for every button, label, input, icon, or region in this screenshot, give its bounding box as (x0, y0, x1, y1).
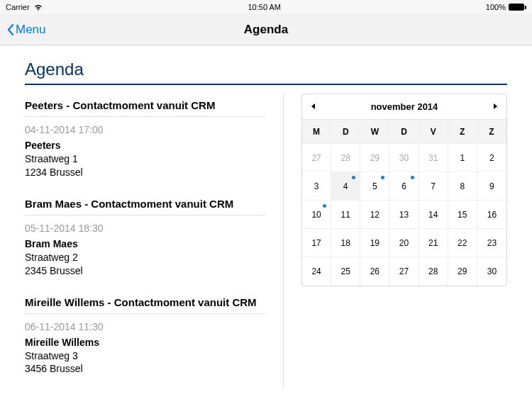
arrow-right-icon (491, 102, 499, 111)
calendar-day[interactable]: 19 (360, 229, 389, 257)
calendar-day[interactable]: 10 (302, 201, 331, 229)
event-dot-icon (323, 204, 326, 208)
calendar-day[interactable]: 9 (477, 172, 506, 201)
calendar-day[interactable]: 18 (331, 229, 360, 257)
calendar-day[interactable]: 5 (360, 172, 389, 201)
calendar-day[interactable]: 11 (331, 201, 360, 229)
calendar-day[interactable]: 1 (448, 144, 477, 172)
calendar-day[interactable]: 13 (389, 201, 419, 229)
calendar-day[interactable]: 2 (477, 144, 506, 172)
calendar-day[interactable]: 4 (331, 172, 360, 201)
agenda-item[interactable]: Mireille Willems - Contactmoment vanuit … (25, 291, 265, 389)
battery-percent: 100% (486, 3, 506, 11)
calendar-day[interactable]: 23 (477, 229, 506, 257)
arrow-left-icon (309, 102, 318, 111)
calendar-day[interactable]: 30 (389, 144, 419, 172)
calendar-dow: Z (448, 120, 477, 144)
wifi-icon (33, 4, 43, 11)
chevron-left-icon (6, 23, 16, 37)
event-dot-icon (352, 176, 355, 179)
calendar-day[interactable]: 30 (477, 257, 506, 286)
battery-icon (509, 4, 526, 11)
calendar-day[interactable]: 14 (419, 201, 448, 229)
calendar-day[interactable]: 21 (419, 229, 448, 257)
calendar: november 2014 MDWDVZZ2728293031123456789… (301, 94, 507, 286)
calendar-day[interactable]: 27 (389, 257, 419, 286)
calendar-day[interactable]: 3 (302, 172, 331, 201)
calendar-day[interactable]: 16 (477, 201, 506, 229)
agenda-item-address: Straatweg 33456 Brussel (25, 349, 265, 376)
nav-title: Agenda (0, 23, 532, 37)
calendar-dow: Z (477, 120, 506, 144)
agenda-item-datetime: 05-11-2014 18:30 (25, 223, 265, 234)
calendar-day[interactable]: 12 (360, 201, 389, 229)
calendar-day[interactable]: 29 (448, 257, 477, 286)
calendar-day[interactable]: 28 (419, 257, 448, 286)
prev-month-button[interactable] (309, 101, 318, 113)
agenda-item-name: Mireille Willems (25, 337, 265, 348)
calendar-day[interactable]: 22 (448, 229, 477, 257)
agenda-item-title: Bram Maes - Contactmoment vanuit CRM (25, 198, 265, 215)
calendar-day[interactable]: 26 (360, 257, 389, 286)
agenda-item-name: Peeters (25, 140, 265, 151)
event-dot-icon (381, 176, 384, 179)
status-bar: Carrier 10:50 AM 100% (0, 0, 532, 14)
nav-bar: Menu Agenda (0, 14, 532, 45)
calendar-dow: V (419, 120, 448, 144)
agenda-item-address: Straatweg 22345 Brussel (25, 251, 265, 278)
calendar-day[interactable]: 7 (419, 172, 448, 201)
agenda-list: Peeters - Contactmoment vanuit CRM04-11-… (25, 94, 284, 388)
page-title: Agenda (25, 60, 507, 85)
calendar-day[interactable]: 27 (302, 144, 331, 172)
carrier-label: Carrier (6, 3, 30, 11)
event-dot-icon (411, 176, 414, 179)
calendar-day[interactable]: 6 (389, 172, 419, 201)
calendar-day[interactable]: 8 (448, 172, 477, 201)
agenda-item-title: Mireille Willems - Contactmoment vanuit … (25, 296, 265, 314)
calendar-day[interactable]: 20 (389, 229, 419, 257)
back-button[interactable]: Menu (0, 23, 46, 37)
calendar-dow: D (389, 120, 419, 144)
calendar-day[interactable]: 17 (302, 229, 331, 257)
calendar-dow: M (302, 120, 331, 144)
calendar-day[interactable]: 31 (419, 144, 448, 172)
next-month-button[interactable] (491, 101, 499, 113)
agenda-item-address: Straatweg 11234 Brussel (25, 152, 265, 179)
back-label: Menu (16, 23, 46, 37)
calendar-day[interactable]: 15 (448, 201, 477, 229)
status-time: 10:50 AM (248, 3, 281, 11)
calendar-dow: D (331, 120, 360, 144)
calendar-day[interactable]: 29 (360, 144, 389, 172)
agenda-item[interactable]: Bram Maes - Contactmoment vanuit CRM05-1… (25, 192, 265, 291)
agenda-item-name: Bram Maes (25, 238, 265, 249)
agenda-item-title: Peeters - Contactmoment vanuit CRM (25, 99, 265, 117)
calendar-month-label: november 2014 (371, 101, 438, 112)
calendar-day[interactable]: 24 (302, 257, 331, 286)
calendar-dow: W (360, 120, 389, 144)
agenda-item[interactable]: Peeters - Contactmoment vanuit CRM04-11-… (25, 94, 265, 192)
calendar-day[interactable]: 28 (331, 144, 360, 172)
calendar-day[interactable]: 25 (331, 257, 360, 286)
agenda-item-datetime: 04-11-2014 17:00 (25, 124, 265, 135)
agenda-item-datetime: 06-11-2014 11:30 (25, 321, 265, 332)
